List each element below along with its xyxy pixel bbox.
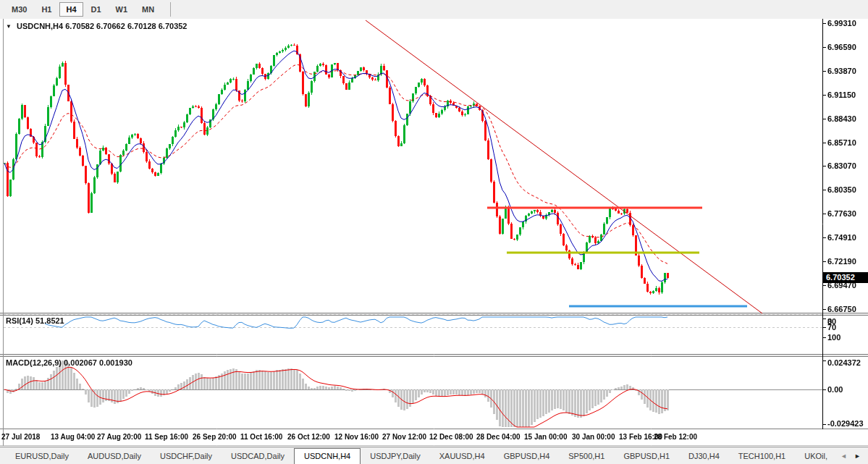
symbol-timeframe-label: USDCNH,H4 — [17, 22, 63, 30]
price-tick-label: 6.88430 — [827, 114, 856, 123]
timeframe-toolbar: M30H1H4D1W1MN — [0, 0, 868, 19]
price-tick-label: 6.99310 — [827, 19, 856, 28]
time-tick-label: 12 Dec 08:00 — [429, 433, 473, 441]
chart-tab-gbpusd-h4[interactable]: GBPUSD,H4 — [494, 450, 560, 463]
chart-tab-gbpusd-h1[interactable]: GBPUSD,H1 — [614, 450, 679, 463]
chart-tab-dj30-h4[interactable]: DJ30,H4 — [679, 450, 729, 463]
timeframe-tab-h4[interactable]: H4 — [59, 2, 83, 17]
symbol-dropdown-icon[interactable]: ▼ — [6, 23, 12, 30]
tab-scroll-right-icon[interactable]: ► — [851, 451, 864, 461]
price-tick-label: 6.96590 — [827, 43, 856, 51]
macd-scale-label: 0.00 — [827, 385, 843, 394]
tab-scroll-left-icon[interactable]: ◄ — [837, 451, 851, 461]
chart-tab-bar: EURUSD,DailyAUDUSD,DailyUSDCHF,DailyUSDC… — [0, 447, 868, 464]
macd-values: 0.002067 0.001930 — [64, 358, 132, 367]
time-tick-label: 11 Sep 16:00 — [145, 433, 188, 441]
chart-tab-tech100-h1[interactable]: TECH100,H1 — [729, 450, 795, 463]
macd-pane[interactable] — [4, 357, 822, 429]
rsi-value: 51.8521 — [35, 316, 64, 325]
time-tick-label: 26 Sep 20:00 — [193, 433, 237, 441]
macd-label: MACD(12,26,9) 0.002067 0.001930 — [6, 358, 132, 367]
macd-scale-label: -0.029423 — [827, 419, 864, 428]
time-tick-label: 15 Jan 00:00 — [524, 433, 568, 441]
ohlc-high: 6.70662 — [96, 22, 125, 30]
price-tick-label: 6.77630 — [827, 209, 856, 218]
price-tick-label: 6.93870 — [827, 67, 856, 75]
chart-tab-eurusd-daily[interactable]: EURUSD,Daily — [6, 450, 78, 463]
timeframe-tab-h1[interactable]: H1 — [35, 2, 58, 17]
price-tick-label: 6.74910 — [827, 233, 856, 242]
time-tick-label: 28 Feb 12:00 — [654, 433, 697, 441]
trading-terminal-window: M30H1H4D1W1MN ▼ USDCNH,H4 6.70582 6.7066… — [0, 0, 868, 464]
time-tick-label: 30 Jan 00:00 — [572, 433, 615, 441]
time-tick-label: 27 Aug 20:00 — [97, 433, 141, 441]
timeframe-tab-mn[interactable]: MN — [135, 2, 161, 17]
time-tick-label: 12 Nov 16:00 — [334, 433, 379, 441]
chart-tab-sp500-h1[interactable]: SP500,H1 — [559, 450, 614, 463]
rsi-scale-label: 100 — [827, 333, 840, 342]
price-tick-label: 6.80350 — [827, 185, 856, 194]
toolbar-separator — [170, 2, 171, 17]
timeframe-tab-w1[interactable]: W1 — [109, 2, 135, 17]
chart-tab-usdchf-daily[interactable]: USDCHF,Daily — [151, 450, 222, 463]
main-chart-pane[interactable] — [4, 20, 822, 313]
rsi-pane[interactable] — [4, 316, 822, 354]
chart-tab-usdjpy-daily[interactable]: USDJPY,Daily — [361, 450, 430, 463]
price-tick-label: 6.83070 — [827, 161, 856, 170]
tab-scroll-arrows: ◄► — [837, 451, 868, 461]
price-tick-label: 6.85710 — [827, 138, 856, 147]
chart-tab-usdcnh-h4[interactable]: USDCNH,H4 — [294, 448, 361, 464]
current-price-badge: 6.70352 — [823, 272, 868, 283]
ohlc-close: 6.70352 — [159, 22, 187, 30]
time-tick-label: 13 Aug 04:00 — [51, 433, 95, 441]
ohlc-low: 6.70128 — [127, 22, 156, 30]
time-tick-label: 27 Nov 12:00 — [382, 433, 426, 441]
time-tick-label: 28 Dec 04:00 — [476, 433, 521, 441]
rsi-label: RSI(14) 51.8521 — [6, 316, 64, 325]
chart-title: ▼ USDCNH,H4 6.70582 6.70662 6.70128 6.70… — [6, 22, 187, 30]
chart-tab-usdcad-daily[interactable]: USDCAD,Daily — [222, 450, 294, 463]
timeframe-tab-m30[interactable]: M30 — [5, 2, 33, 17]
price-tick-label: 6.91150 — [827, 90, 856, 99]
time-tick-label: 11 Oct 16:00 — [240, 433, 282, 441]
chart-tab-xauusd-h4[interactable]: XAUUSD,H4 — [430, 450, 494, 463]
time-tick-label: 27 Jul 2018 — [1, 433, 40, 441]
chart-tab-audusd-daily[interactable]: AUDUSD,Daily — [78, 450, 151, 463]
macd-scale-label: 0.024372 — [827, 358, 861, 367]
price-tick-label: 6.72190 — [827, 257, 856, 266]
timeframe-tab-d1[interactable]: D1 — [85, 2, 108, 17]
rsi-scale-label: 0 — [827, 317, 832, 326]
time-tick-label: 26 Oct 12:00 — [287, 433, 330, 441]
price-tick-label: 6.66750 — [827, 305, 856, 313]
chart-tab-ukoil[interactable]: UKOil, — [795, 450, 837, 463]
ohlc-open: 6.70582 — [65, 22, 94, 30]
